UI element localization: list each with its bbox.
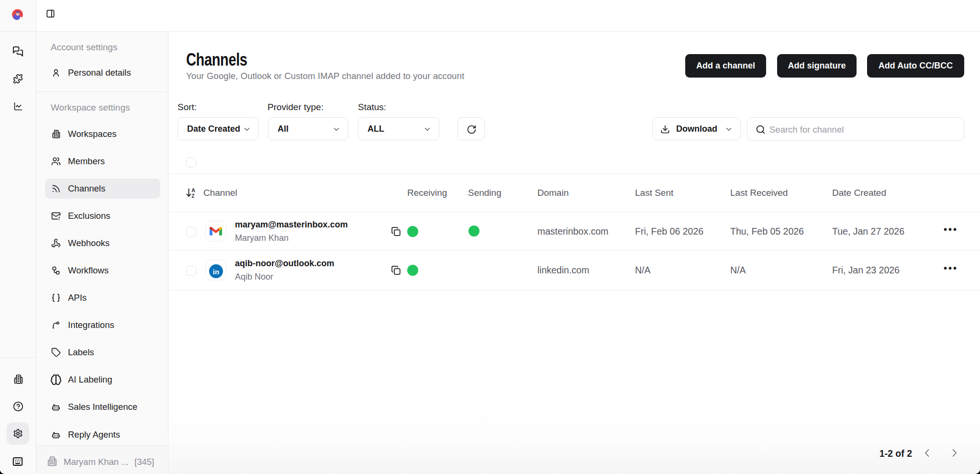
svg-text:Z: Z (191, 193, 195, 199)
svg-text:in: in (213, 268, 219, 276)
svg-text:A: A (191, 187, 195, 193)
